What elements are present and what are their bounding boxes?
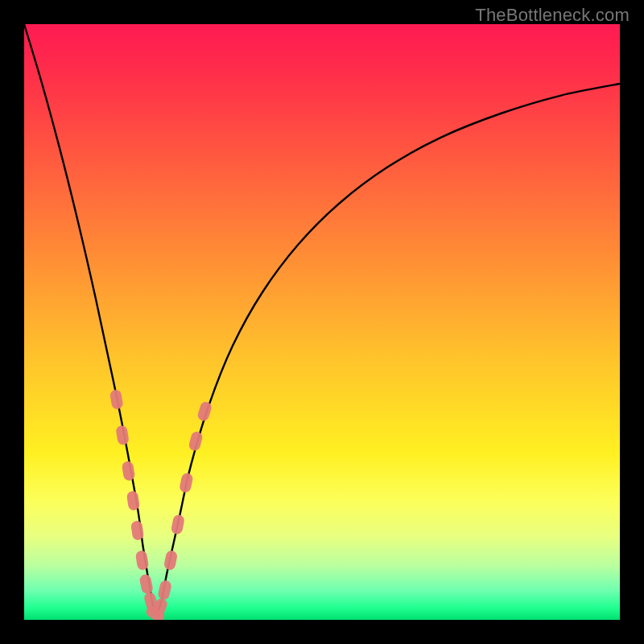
- outer-frame: TheBottleneck.com: [0, 0, 644, 644]
- plot-area: [24, 24, 620, 620]
- curve-marker: [157, 580, 172, 601]
- curve-marker: [126, 490, 140, 511]
- curve-marker: [171, 514, 185, 535]
- curve-marker: [138, 573, 154, 594]
- curve-marker: [188, 431, 204, 452]
- curve-marker: [130, 520, 144, 541]
- curve-marker: [115, 425, 130, 446]
- curve-marker: [109, 389, 124, 410]
- v-curve-path: [24, 24, 620, 615]
- marker-group: [109, 389, 213, 620]
- watermark-text: TheBottleneck.com: [475, 5, 630, 26]
- curve-marker: [122, 460, 136, 481]
- curve-marker: [163, 550, 178, 571]
- chart-svg: [24, 24, 620, 620]
- curve-marker: [179, 473, 194, 493]
- curve-marker: [135, 550, 150, 571]
